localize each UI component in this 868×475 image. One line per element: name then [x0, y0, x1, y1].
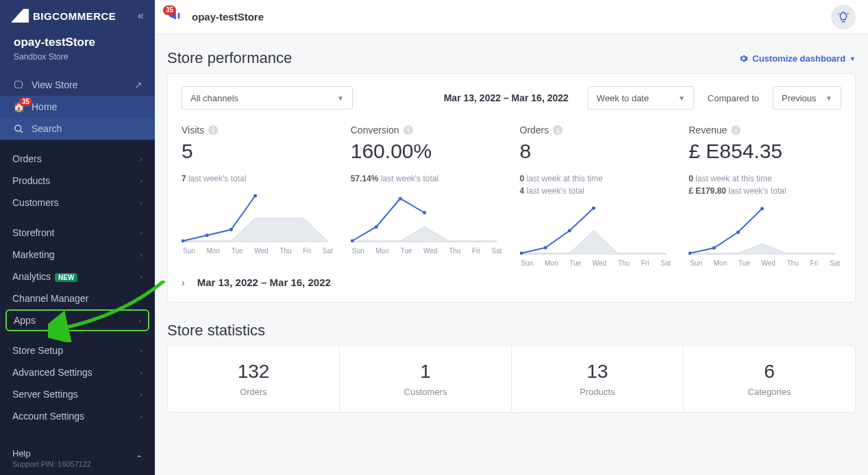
metric-note: £ E179.80 last week's total — [689, 185, 841, 197]
info-icon[interactable]: i — [731, 125, 741, 135]
gear-icon — [739, 54, 748, 63]
expand-date-label: Mar 13, 2022 – Mar 16, 2022 — [197, 277, 331, 288]
sparkline-chart — [182, 194, 329, 242]
external-link-icon: ↗ — [134, 79, 142, 90]
svg-line-5 — [847, 13, 849, 14]
period-dropdown[interactable]: Week to date ▼ — [588, 86, 694, 110]
store-name: opay-testStore — [14, 36, 141, 49]
stat-label: Products — [512, 387, 683, 397]
metric-value: £ E854.35 — [689, 140, 841, 163]
caret-down-icon: ▼ — [850, 55, 856, 62]
info-icon[interactable]: i — [553, 125, 562, 135]
metric-note: 0 last week at this time — [520, 172, 673, 185]
sidebar-item-account-settings[interactable]: Account Settings› — [0, 405, 155, 427]
sidebar-item-orders[interactable]: Orders› — [0, 148, 155, 170]
sidebar-home[interactable]: 🏠 35 Home — [0, 96, 155, 118]
sidebar-item-label: Account Settings — [12, 411, 84, 422]
stat-label: Categories — [684, 387, 855, 397]
svg-point-20 — [712, 246, 716, 250]
sidebar-view-store[interactable]: 🖵 View Store ↗ — [0, 74, 155, 96]
stat-value: 13 — [512, 361, 683, 383]
sidebar-item-label: Channel Manager — [12, 293, 88, 304]
stat-label: Customers — [340, 387, 511, 397]
sidebar: BIGCOMMERCE « opay-testStore Sandbox Sto… — [0, 0, 155, 475]
info-icon[interactable]: i — [404, 125, 413, 135]
stat-customers[interactable]: 1Customers — [340, 346, 512, 412]
chevron-right-icon: › — [140, 251, 142, 259]
stat-label: Orders — [168, 387, 339, 397]
metric-value: 5 — [182, 140, 334, 163]
svg-point-21 — [736, 231, 740, 234]
topbar: 35 opay-testStore — [155, 0, 868, 34]
date-range-label: Mar 13, 2022 – Mar 16, 2022 — [444, 92, 569, 103]
sparkline-chart — [689, 207, 836, 255]
sidebar-item-label: Store Setup — [12, 345, 63, 356]
svg-point-13 — [399, 197, 402, 201]
metric-note: 4 last week's total — [520, 185, 673, 197]
svg-point-7 — [182, 240, 185, 243]
chevron-right-icon: › — [140, 155, 142, 163]
sidebar-item-apps[interactable]: Apps › — [5, 309, 149, 331]
sidebar-search[interactable]: Search — [0, 118, 155, 140]
stat-value: 132 — [168, 361, 339, 383]
sidebar-item-products[interactable]: Products› — [0, 170, 155, 192]
metric-revenue: Revenuei £ E854.35 0 last week at this t… — [689, 125, 841, 267]
sidebar-footer[interactable]: Help Support PIN: 16057122 ⌃ — [0, 443, 155, 475]
sidebar-item-label: Advanced Settings — [12, 367, 92, 378]
sidebar-item-channel-manager[interactable]: Channel Manager› — [0, 287, 155, 309]
info-icon[interactable]: i — [208, 125, 218, 135]
sparkline-chart — [520, 207, 667, 255]
statistics-panel: 132Orders1Customers13Products6Categories — [167, 345, 856, 413]
chevron-up-icon: ⌃ — [136, 454, 142, 463]
metric-visits: Visitsi 5 7 last week's total SunMonTueW… — [182, 125, 334, 267]
sidebar-item-marketing[interactable]: Marketing› — [0, 244, 155, 266]
svg-point-1 — [14, 125, 21, 131]
metric-orders: Ordersi 8 0 last week at this time4 last… — [520, 125, 673, 267]
svg-point-17 — [567, 229, 571, 233]
metric-label: Revenue — [689, 125, 727, 136]
sidebar-item-label: Orders — [12, 153, 42, 164]
search-icon — [12, 124, 25, 134]
chevron-right-icon: › — [140, 272, 142, 281]
stat-orders[interactable]: 132Orders — [168, 346, 340, 412]
chevron-right-icon: › — [140, 368, 142, 376]
metric-value: 8 — [520, 140, 673, 163]
customize-dashboard-link[interactable]: Customize dashboard ▼ — [739, 53, 856, 64]
sidebar-item-label: Customers — [12, 197, 59, 208]
caret-down-icon: ▼ — [337, 94, 344, 102]
stat-value: 1 — [340, 361, 511, 383]
metric-note: 0 last week at this time — [689, 172, 841, 185]
sidebar-item-analytics[interactable]: AnalyticsNEW› — [0, 266, 155, 287]
chevron-right-icon: › — [140, 198, 142, 207]
storefront-icon: 🖵 — [12, 79, 25, 90]
tips-button[interactable] — [831, 5, 856, 29]
sidebar-item-store-setup[interactable]: Store Setup› — [0, 339, 155, 361]
sidebar-search-label: Search — [32, 123, 62, 134]
store-subtitle: Sandbox Store — [14, 52, 141, 62]
chevron-right-icon: › — [140, 229, 142, 237]
channels-dropdown[interactable]: All channels ▼ — [182, 86, 353, 110]
svg-point-9 — [230, 228, 233, 231]
stat-products[interactable]: 13Products — [512, 346, 684, 412]
comparison-dropdown[interactable]: Previous ▼ — [773, 86, 841, 110]
metric-label: Orders — [520, 125, 549, 136]
sidebar-item-label: Server Settings — [12, 389, 78, 400]
svg-marker-0 — [11, 9, 29, 23]
sidebar-item-server-settings[interactable]: Server Settings› — [0, 383, 155, 405]
svg-point-19 — [689, 252, 692, 255]
logo: BIGCOMMERCE — [11, 9, 116, 23]
metric-conversion: Conversioni 160.00% 57.14% last week's t… — [351, 125, 504, 267]
sidebar-item-storefront[interactable]: Storefront› — [0, 222, 155, 244]
sidebar-item-label: Products — [12, 175, 50, 186]
sidebar-item-customers[interactable]: Customers› — [0, 192, 155, 214]
expand-date-row[interactable]: › Mar 13, 2022 – Mar 16, 2022 — [182, 267, 841, 298]
stat-categories[interactable]: 6Categories — [684, 346, 855, 412]
lightbulb-icon — [837, 11, 850, 23]
sidebar-item-advanced-settings[interactable]: Advanced Settings› — [0, 361, 155, 383]
sparkline-axis: SunMonTueWedThuFriSat — [182, 247, 334, 255]
collapse-sidebar-icon[interactable]: « — [138, 10, 144, 22]
notifications-button[interactable]: 35 — [167, 8, 182, 25]
svg-line-6 — [839, 13, 840, 14]
sidebar-item-label: Marketing — [12, 249, 54, 260]
sparkline-axis: SunMonTueWedThuFriSat — [520, 259, 673, 267]
